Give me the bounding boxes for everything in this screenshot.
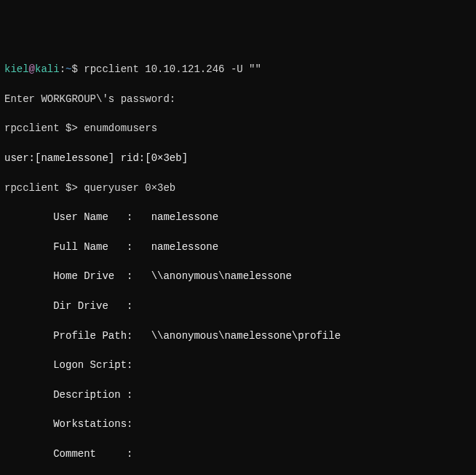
colon: : bbox=[60, 63, 66, 75]
dir-drive-field: Dir Drive : bbox=[4, 299, 472, 313]
rpc-prompt-line[interactable]: rpcclient $> enumdomusers bbox=[4, 121, 472, 136]
logon-script-field: Logon Script: bbox=[4, 358, 472, 372]
shell-user: kiel bbox=[4, 63, 29, 75]
rpc-prompt: rpcclient $> bbox=[4, 182, 84, 194]
full-name-field: Full Name : namelessone bbox=[4, 240, 472, 254]
comment-field: Comment : bbox=[4, 447, 472, 461]
user-name-field: User Name : namelessone bbox=[4, 210, 472, 224]
rpc-prompt: rpcclient $> bbox=[4, 122, 84, 134]
rpc-command-query: queryuser 0×3eb bbox=[84, 182, 175, 194]
shell-host: kali bbox=[35, 63, 60, 75]
password-prompt[interactable]: Enter WORKGROUP\'s password: bbox=[4, 92, 472, 106]
at-sign: @ bbox=[29, 63, 35, 75]
description-field: Description : bbox=[4, 388, 472, 402]
enum-output: user:[namelessone] rid:[0×3eb] bbox=[4, 151, 472, 165]
workstations-field: Workstations: bbox=[4, 417, 472, 431]
profile-path-field: Profile Path: \\anonymous\namelessone\pr… bbox=[4, 329, 472, 343]
shell-command: rpcclient 10.10.121.246 -U "" bbox=[78, 63, 261, 75]
shell-prompt-line[interactable]: kiel@kali:~$ rpcclient 10.10.121.246 -U … bbox=[4, 62, 472, 76]
home-drive-field: Home Drive : \\anonymous\namelessone bbox=[4, 269, 472, 283]
rpc-command-enum: enumdomusers bbox=[84, 122, 157, 134]
rpc-prompt-line[interactable]: rpcclient $> queryuser 0×3eb bbox=[4, 181, 472, 195]
dollar-sign: $ bbox=[71, 63, 77, 75]
